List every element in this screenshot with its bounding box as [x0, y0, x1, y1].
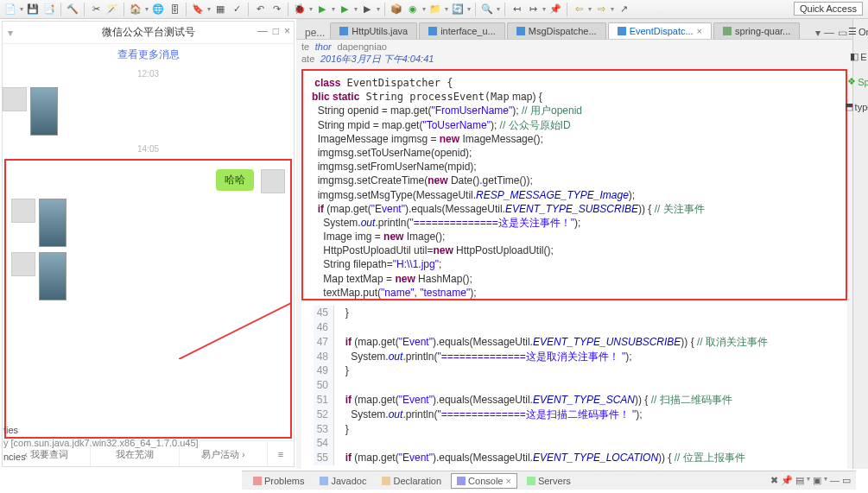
wechat-preview: 微信公众平台测试号 ▾ — □ × 查看更多消息 12:03 14:05 哈哈 — [2, 21, 295, 467]
tab-interface[interactable]: interface_u... — [419, 22, 505, 39]
editor-tabs: pe... HttpUtils.java interface_u... MsgD… — [296, 19, 852, 40]
maximize-icon[interactable]: ▭ — [838, 27, 847, 39]
timestamp: 12:03 — [3, 69, 294, 79]
save-icon[interactable]: 💾 — [26, 3, 40, 16]
image-message[interactable] — [39, 252, 67, 300]
load-more-link[interactable]: 查看更多消息 — [3, 44, 294, 66]
right-views: ☰ Or ◧ E ❖ Sp ⬒ type — [849, 19, 868, 112]
tab-springquar[interactable]: spring-quar... — [713, 22, 800, 39]
minimize-icon[interactable]: — — [257, 25, 268, 37]
java-file-icon — [618, 27, 626, 35]
task-icon[interactable]: ✓ — [230, 3, 244, 16]
refresh-icon[interactable]: 🔄 — [451, 3, 465, 16]
run3-icon[interactable]: ▶ — [360, 3, 374, 16]
image-message[interactable] — [30, 87, 58, 136]
text-bubble: 哈哈 — [216, 169, 254, 191]
run-icon[interactable]: ▶ — [315, 3, 329, 16]
tab-close-icon[interactable]: × — [697, 26, 702, 36]
bookmark-icon[interactable]: 🔖 — [191, 3, 205, 16]
close-icon[interactable]: × — [284, 25, 290, 37]
type-tab[interactable]: ⬒ type — [845, 101, 868, 112]
code-editor-continued[interactable]: 45 46 47 48 49 50 51 52 53 54 55 } if (m… — [301, 302, 847, 469]
build-icon[interactable]: 🔨 — [66, 3, 79, 16]
ext-icon[interactable]: ↗ — [617, 3, 630, 16]
next-icon[interactable]: ↦ — [526, 3, 540, 16]
menu-more[interactable]: ≡ — [268, 441, 294, 466]
avatar — [11, 252, 35, 276]
wand-icon[interactable]: 🪄 — [105, 3, 119, 16]
declaration-tab[interactable]: Declaration — [376, 473, 447, 489]
java-file-icon — [516, 27, 525, 35]
pkg-icon[interactable]: 📦 — [390, 3, 403, 16]
main-toolbar: 📄▾ 💾 📑 🔨 ✂ 🪄 🏠▾ 🌐 🗄 🔖▾ ▦ ✓ ↶ ↷ 🐞▾ ▶▾ ▶▾ … — [0, 0, 868, 19]
javadoc-snippet: te thor dapengniaoate 2016年3月7日 下午4:04:4… — [296, 40, 852, 67]
avatar — [11, 199, 35, 223]
console-open-icon[interactable]: ▣ — [813, 475, 821, 486]
pin-icon[interactable]: 📌 — [548, 3, 562, 16]
javadoc-tab[interactable]: Javadoc — [314, 473, 372, 489]
redo-icon[interactable]: ↷ — [269, 3, 283, 16]
java-file-icon — [339, 27, 348, 35]
cut-icon[interactable]: ✂ — [89, 3, 103, 16]
new-icon[interactable]: 📄 — [3, 3, 17, 16]
console-clear-icon[interactable]: ✖ — [770, 475, 778, 486]
folder-icon[interactable]: 📁 — [428, 3, 442, 16]
xml-file-icon — [723, 27, 732, 35]
console-pin-icon[interactable]: 📌 — [781, 475, 793, 486]
minimize-icon[interactable]: — — [824, 27, 834, 39]
code-editor[interactable]: class EventDispatcher { blic static Stri… — [301, 69, 847, 300]
servers-tab[interactable]: Servers — [521, 473, 577, 489]
console-menu-icon[interactable]: ▤ — [795, 475, 804, 486]
avatar — [3, 87, 27, 111]
outline-tab[interactable]: ☰ Or — [848, 26, 868, 37]
back-icon[interactable]: ⇦ — [572, 3, 586, 16]
class-icon[interactable]: ◉ — [406, 3, 420, 16]
maximize-icon[interactable]: ▭ — [842, 475, 851, 486]
tab-httputils[interactable]: HttpUtils.java — [330, 22, 417, 39]
run-alt-icon[interactable]: ▶ — [338, 3, 352, 16]
search-icon[interactable]: 🔍 — [480, 3, 494, 16]
undo-icon[interactable]: ↶ — [253, 3, 267, 16]
line-gutter: 45 46 47 48 49 50 51 52 53 54 55 — [314, 306, 334, 465]
fwd-icon[interactable]: ⇨ — [594, 3, 608, 16]
wechat-title: 微信公众平台测试号 — [102, 25, 195, 40]
home-icon[interactable]: 🏠 — [129, 3, 143, 16]
minimize-icon[interactable]: — — [830, 475, 839, 486]
maximize-icon[interactable]: □ — [273, 25, 279, 37]
spring-tab[interactable]: ❖ Sp — [847, 76, 868, 87]
quick-access-box[interactable]: Quick Access — [794, 2, 863, 16]
avatar — [261, 169, 285, 193]
tab-prefix: pe... — [301, 27, 328, 39]
tabs-menu-icon[interactable]: ▾ — [815, 27, 820, 39]
globe-icon[interactable]: 🌐 — [151, 3, 165, 16]
console-tab[interactable]: Console × — [451, 473, 517, 489]
struct-icon[interactable]: ▦ — [213, 3, 227, 16]
db-icon[interactable]: 🗄 — [168, 3, 181, 16]
java-file-icon — [428, 27, 437, 35]
image-message[interactable] — [39, 199, 67, 247]
package-explorer: ties y [com.sun.java.jdk7.win32.x86_64_1… — [3, 424, 199, 464]
debug-icon[interactable]: 🐞 — [293, 3, 307, 16]
problems-tab[interactable]: Problems — [247, 473, 310, 489]
timestamp: 14:05 — [3, 144, 294, 154]
view-e[interactable]: ◧ E — [850, 51, 866, 62]
bottom-views: Problems Javadoc Declaration Console × S… — [242, 471, 856, 490]
tab-msgdispatcher[interactable]: MsgDispatche... — [507, 22, 606, 39]
tab-eventdispatcher[interactable]: EventDispatc...× — [608, 22, 712, 39]
prev-icon[interactable]: ↤ — [510, 3, 523, 16]
save-all-icon[interactable]: 📑 — [42, 3, 56, 16]
tab-close-icon[interactable]: × — [505, 476, 510, 486]
